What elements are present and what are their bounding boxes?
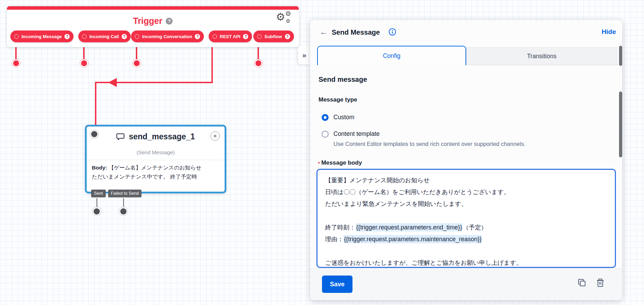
trigger-pill-incoming-message[interactable]: Incoming Message ? — [10, 31, 73, 42]
trigger-port-incoming-message[interactable] — [13, 60, 19, 66]
help-icon[interactable]: ? — [285, 34, 290, 39]
widget-name: send_message_1 — [129, 132, 195, 141]
info-icon[interactable] — [389, 28, 396, 36]
chat-bubble-icon — [116, 133, 125, 141]
section-heading: Send message — [319, 76, 367, 84]
back-arrow-icon[interactable]: ← — [320, 28, 328, 37]
hide-link[interactable]: Hide — [602, 28, 616, 36]
widget-type-label: (Send Message) — [87, 149, 225, 155]
flow-canvas[interactable]: Trigger ? ⚙ ⚙ ⚙ Incoming Message ? Incom… — [0, 0, 644, 305]
radio-content-template[interactable] — [322, 131, 329, 138]
pill-port-icon — [82, 34, 87, 39]
scrollbar-thumb[interactable] — [619, 92, 622, 157]
gear-icon[interactable]: ⚙ ⚙ ⚙ — [276, 10, 291, 23]
panel-collapse-button[interactable]: » — [298, 46, 311, 64]
divider — [87, 160, 225, 160]
widget-body-preview: Body: 【ゲーム名】メンテナンスのお知らせ ただいまメンテナンス中です。 終… — [92, 163, 221, 181]
scrollbar-thumb[interactable] — [619, 46, 622, 66]
help-icon[interactable]: ? — [64, 34, 70, 39]
connector-line — [123, 198, 124, 209]
widget-config-panel: ← Send Message Hide Config Transitions S… — [310, 20, 622, 300]
connector-line — [96, 198, 97, 209]
pill-port-icon — [212, 34, 217, 39]
save-button[interactable]: Save — [322, 276, 353, 293]
message-body-label: •Message body — [318, 159, 362, 166]
close-icon[interactable]: × — [210, 131, 220, 141]
pill-port-icon — [257, 34, 262, 39]
trigger-pill-subflow[interactable]: Subflow ? — [253, 31, 294, 42]
trigger-port-incoming-conversation[interactable] — [134, 60, 140, 66]
help-icon[interactable]: ? — [243, 34, 248, 39]
content-template-help-text: Use Content Editor templates to send ric… — [333, 141, 525, 147]
radio-content-template-label[interactable]: Content template — [333, 130, 380, 138]
required-marker: • — [318, 159, 320, 166]
transition-badge-failed-to-send[interactable]: Failed to Send — [108, 190, 142, 197]
widget-output-port-failed[interactable] — [120, 208, 127, 215]
connector-line-rest-api — [211, 42, 213, 83]
tab-config[interactable]: Config — [317, 46, 466, 65]
message-type-label: Message type — [319, 96, 357, 103]
panel-title: Send Message — [332, 28, 380, 36]
pill-port-icon — [14, 34, 19, 39]
copy-icon[interactable] — [576, 278, 587, 288]
trigger-port-incoming-call[interactable] — [81, 60, 87, 66]
chevron-double-right-icon: » — [302, 51, 306, 59]
connector-arrow — [108, 78, 117, 87]
trigger-accent-bar — [7, 6, 299, 10]
pill-port-icon — [135, 34, 139, 39]
trigger-title: Trigger — [133, 16, 163, 26]
trigger-pill-rest-api[interactable]: REST API ? — [209, 31, 252, 42]
tab-transitions[interactable]: Transitions — [466, 47, 617, 65]
help-icon[interactable]: ? — [195, 34, 200, 39]
message-body-input[interactable]: 【重要】メンテナンス開始のお知らせ日頃は〇〇（ゲーム名）をご利用いただきありがと… — [316, 169, 616, 268]
radio-custom[interactable] — [322, 114, 329, 121]
send-message-widget[interactable]: send_message_1 × (Send Message) Body: 【ゲ… — [85, 125, 226, 193]
trigger-port-subflow[interactable] — [255, 60, 261, 66]
widget-output-port-sent[interactable] — [94, 208, 100, 215]
connector-line-rest-api — [95, 82, 96, 125]
help-icon[interactable]: ? — [166, 18, 173, 25]
trigger-pill-incoming-call[interactable]: Incoming Call ? — [78, 31, 131, 42]
trigger-pill-incoming-conversation[interactable]: Incoming Conversation ? — [131, 31, 204, 42]
trash-icon[interactable] — [595, 278, 606, 288]
transition-badge-sent[interactable]: Sent — [91, 190, 106, 197]
help-icon[interactable]: ? — [122, 34, 127, 39]
panel-footer: Save — [310, 268, 622, 300]
radio-custom-label[interactable]: Custom — [333, 114, 354, 121]
